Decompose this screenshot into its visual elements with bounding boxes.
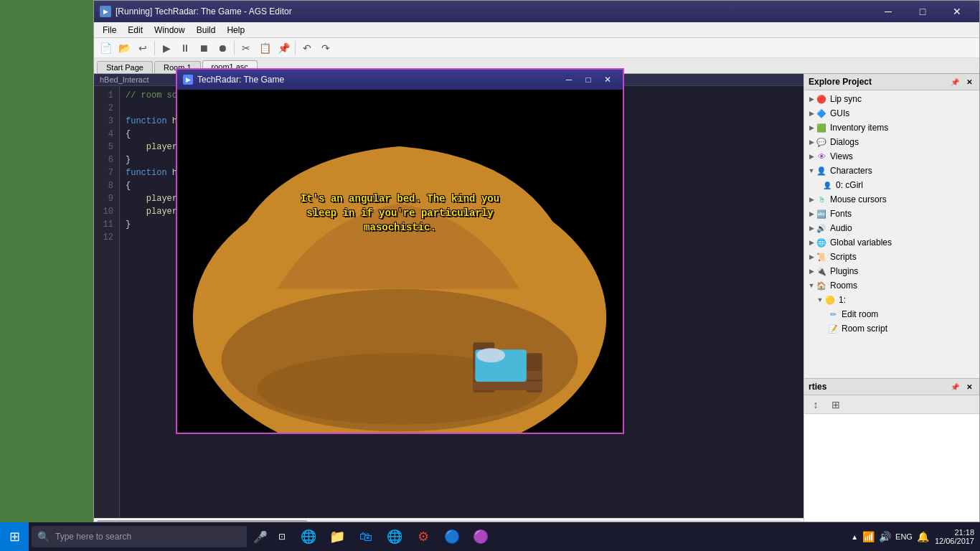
expand-icon: ▶ (807, 238, 816, 247)
scrollbar-thumb[interactable] (97, 520, 308, 522)
toolbar-copy[interactable]: 📋 (256, 40, 273, 56)
explore-panel-header: Explore Project 📌 ✕ (804, 74, 979, 90)
plugins-icon: 🔌 (816, 265, 827, 277)
game-maximize-button[interactable]: □ (579, 70, 598, 90)
characters-label: Characters (830, 166, 872, 176)
toolbar-paste[interactable]: 📌 (275, 40, 292, 56)
tree-item-rooms[interactable]: ▼ 🏠 Rooms (804, 278, 979, 293)
scrollbar-track[interactable] (97, 520, 801, 522)
tree-item-edit-room[interactable]: ✏ Edit room (804, 307, 979, 321)
tray-volume-icon[interactable]: 🔊 (879, 531, 891, 542)
expand-icon: ▶ (807, 195, 816, 204)
game-window: ▶ TechRadar: The Game ─ □ ✕ (176, 68, 624, 434)
close-button[interactable]: ✕ (941, 1, 974, 22)
toolbar-redo[interactable]: ↷ (317, 40, 334, 56)
menu-bar: File Edit Window Build Help (94, 22, 979, 38)
properties-panel: rties 📌 ✕ ↕ ⊞ (804, 378, 979, 522)
taskbar-store[interactable]: 🛍 (353, 524, 379, 550)
toolbar-open[interactable]: 📂 (116, 40, 133, 56)
search-icon: 🔍 (37, 531, 50, 542)
expand-icon: ▶ (807, 209, 816, 218)
edit-room-icon: ✏ (827, 309, 839, 320)
tree-item-guis[interactable]: ▶ 🔷 GUIs (804, 106, 979, 121)
taskbar-explorer[interactable]: 📁 (324, 524, 350, 550)
toolbar-undo-arrow[interactable]: ↩ (134, 40, 151, 56)
tree-item-inventory[interactable]: ▶ 🟩 Inventory items (804, 121, 979, 135)
toolbar-play[interactable]: ▶ (158, 40, 175, 56)
tree-item-lipsync[interactable]: ▶ 🔴 Lip sync (804, 92, 979, 106)
task-view-button[interactable]: ⊡ (271, 524, 293, 550)
game-minimize-button[interactable]: ─ (560, 70, 578, 90)
menu-help[interactable]: Help (221, 24, 250, 37)
mouse-label: Mouse cursors (830, 194, 887, 204)
taskbar-app2[interactable]: 🟣 (468, 524, 494, 550)
props-sort-button[interactable]: ↕ (807, 397, 824, 413)
tree-item-views[interactable]: ▶ 👁 Views (804, 149, 979, 164)
app-icon: ▶ (100, 6, 111, 17)
props-pin-button[interactable]: 📌 (949, 381, 961, 392)
taskbar-chrome[interactable]: ⚙ (410, 524, 436, 550)
taskbar-edge[interactable]: 🌐 (382, 524, 407, 550)
tree-item-fonts[interactable]: ▶ 🔤 Fonts (804, 207, 979, 221)
svg-rect-7 (473, 382, 542, 390)
audio-icon: 🔊 (816, 222, 827, 234)
game-close-button[interactable]: ✕ (598, 70, 617, 90)
toolbar-pause[interactable]: ⏸ (176, 40, 194, 56)
props-grid-button[interactable]: ⊞ (827, 397, 844, 413)
taskbar-app1[interactable]: 🔵 (439, 524, 465, 550)
pin-button[interactable]: 📌 (949, 76, 961, 88)
game-title-bar: ▶ TechRadar: The Game ─ □ ✕ (177, 70, 623, 90)
horizontal-scrollbar[interactable] (94, 518, 804, 522)
global-icon: 🌐 (816, 237, 827, 248)
explore-close-button[interactable]: ✕ (963, 76, 975, 88)
expand-icon: ▼ (816, 296, 824, 304)
game-title: TechRadar: The Game (197, 75, 555, 85)
tree-item-room-script[interactable]: 📝 Room script (804, 321, 979, 336)
tray-expand-icon[interactable]: ▲ (851, 533, 858, 541)
tray-notification-icon[interactable]: 🔔 (917, 531, 929, 542)
tab-start-page[interactable]: Start Page (97, 61, 153, 73)
clock[interactable]: 21:18 12/06/2017 (935, 528, 974, 545)
gui-icon: 🔷 (816, 108, 827, 119)
toolbar-record[interactable]: ⏺ (214, 40, 231, 56)
tray-network-icon[interactable]: 📶 (862, 531, 875, 542)
toolbar-undo[interactable]: ↶ (298, 40, 316, 56)
toolbar-new[interactable]: 📄 (97, 40, 114, 56)
rooms-label: Rooms (830, 281, 857, 291)
game-canvas: It's an angular bed. The kind yousleep i… (177, 90, 623, 433)
tree-item-room1[interactable]: ▼ 🟡 1: (804, 293, 979, 307)
maximize-button[interactable]: □ (906, 1, 939, 22)
toolbar-stop[interactable]: ⏹ (195, 40, 212, 56)
tree-item-audio[interactable]: ▶ 🔊 Audio (804, 221, 979, 235)
taskbar-ie[interactable]: 🌐 (296, 524, 321, 550)
tree-item-cgirl[interactable]: 👤 0: cGirl (804, 178, 979, 192)
scripts-icon: 📜 (816, 251, 827, 263)
menu-file[interactable]: File (97, 24, 122, 37)
room-script-label: Room script (842, 324, 887, 334)
cortana-icon[interactable]: 🎤 (250, 524, 271, 550)
props-close-button[interactable]: ✕ (963, 381, 975, 392)
menu-window[interactable]: Window (149, 24, 191, 37)
tray-lang-icon[interactable]: ENG (895, 532, 913, 541)
tree-item-characters[interactable]: ▼ 👤 Characters (804, 164, 979, 178)
tree-item-global[interactable]: ▶ 🌐 Global variables (804, 235, 979, 250)
tree-item-dialogs[interactable]: ▶ 💬 Dialogs (804, 135, 979, 149)
tree-item-plugins[interactable]: ▶ 🔌 Plugins (804, 264, 979, 278)
lipsync-label: Lip sync (830, 94, 862, 104)
tree-item-mouse[interactable]: ▶ 🖱 Mouse cursors (804, 192, 979, 207)
search-bar[interactable]: 🔍 Type here to search (32, 526, 247, 547)
expand-icon: ▼ (807, 166, 816, 175)
characters-icon: 👤 (816, 165, 827, 176)
dialogs-label: Dialogs (830, 137, 859, 147)
scripts-label: Scripts (830, 252, 857, 262)
start-button[interactable]: ⊞ (0, 522, 29, 551)
menu-build[interactable]: Build (191, 24, 222, 37)
expand-icon: ▶ (807, 138, 816, 146)
toolbar-cut[interactable]: ✂ (237, 40, 255, 56)
tree-item-scripts[interactable]: ▶ 📜 Scripts (804, 250, 979, 264)
menu-edit[interactable]: Edit (122, 24, 149, 37)
audio-label: Audio (830, 223, 852, 233)
minimize-button[interactable]: ─ (872, 1, 905, 22)
views-icon: 👁 (816, 151, 827, 162)
guis-label: GUIs (830, 108, 849, 118)
